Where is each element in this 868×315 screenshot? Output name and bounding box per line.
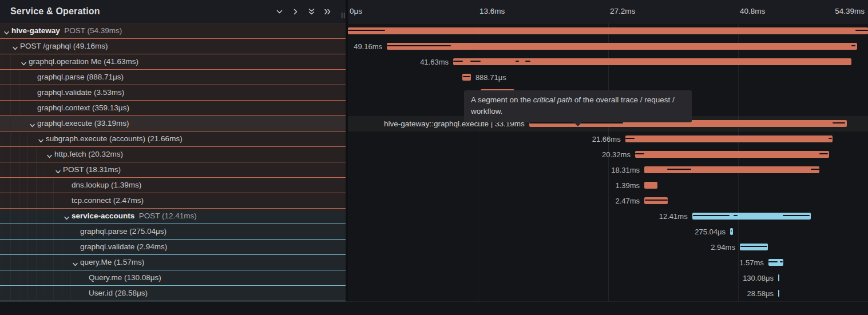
span-row[interactable]: POST (18.31ms)18.31ms: [0, 162, 868, 178]
span-bar[interactable]: [778, 290, 779, 297]
span-row[interactable]: graphql.execute (33.19ms)hive-gateway::g…: [0, 116, 868, 131]
span-rows: hive-gateway POST (54.39ms)POST /graphql…: [0, 23, 868, 301]
span-duration-label: 41.63ms: [420, 54, 449, 70]
tree-indent-guide: [62, 224, 62, 240]
span-bar[interactable]: [387, 43, 857, 50]
tree-indent-guide: [2, 224, 2, 240]
span-bar[interactable]: [625, 135, 833, 142]
tree-indent-guide: [2, 286, 2, 301]
tree-indent-guide: [27, 209, 28, 224]
span-row[interactable]: graphql.validate (2.94ms)2.94ms: [0, 240, 868, 255]
span-row[interactable]: graphql.validate (3.53ms)3.53ms: [0, 85, 868, 101]
span-row-label-cell[interactable]: graphql.parse (275.04μs): [0, 224, 346, 240]
span-row[interactable]: tcp.connect (2.47ms)2.47ms: [0, 193, 868, 209]
tree-indent-guide: [36, 193, 37, 209]
span-name-label: graphql.execute (33.19ms): [37, 116, 129, 131]
span-row-label-cell[interactable]: query.Me (1.57ms): [0, 255, 346, 270]
span-duration-label: 1.57ms: [739, 255, 764, 270]
tree-indent-guide: [36, 209, 37, 224]
span-row[interactable]: dns.lookup (1.39ms)1.39ms: [0, 178, 868, 193]
span-row[interactable]: hive-gateway POST (54.39ms): [0, 23, 868, 39]
critical-path-tooltip: A segment on the critical path of the ov…: [464, 90, 692, 122]
span-bar[interactable]: [635, 151, 830, 158]
span-row-label-cell[interactable]: graphql.context (359.13μs): [0, 101, 346, 116]
span-row[interactable]: service-accounts POST (12.41ms)12.41ms: [0, 209, 868, 224]
chevron-down-icon[interactable]: [55, 167, 61, 173]
chevron-down-icon[interactable]: [21, 59, 27, 65]
tree-indent-guide: [27, 286, 28, 301]
chevron-down-icon[interactable]: [64, 213, 70, 220]
chevron-down-icon[interactable]: [274, 6, 285, 17]
span-row-label-cell[interactable]: subgraph.execute (accounts) (21.66ms): [0, 131, 346, 147]
tree-indent-guide: [2, 54, 2, 70]
span-row[interactable]: graphql.operation Me (41.63ms)41.63ms: [0, 54, 868, 70]
span-bar[interactable]: [644, 166, 819, 173]
timeline-tick-label: 54.39ms: [835, 0, 865, 23]
span-bar[interactable]: [692, 213, 811, 220]
chevron-down-icon[interactable]: [38, 136, 44, 142]
tree-indent-guide: [2, 70, 2, 85]
span-bar[interactable]: [740, 244, 768, 250]
span-name-label: hive-gateway POST (54.39ms): [11, 23, 122, 38]
span-row[interactable]: graphql.context (359.13μs)359.13μs: [0, 101, 868, 116]
span-bar[interactable]: [348, 27, 868, 34]
chevron-down-icon[interactable]: [29, 121, 35, 127]
span-row[interactable]: graphql.parse (888.71μs)888.71μs: [0, 70, 868, 85]
span-bar[interactable]: [644, 182, 657, 189]
span-row-label-cell[interactable]: service-accounts POST (12.41ms): [0, 209, 346, 224]
span-duration-label: 888.71μs: [475, 70, 506, 85]
tree-indent-guide: [62, 286, 62, 301]
span-row-label-cell[interactable]: POST /graphql (49.16ms): [0, 39, 346, 54]
tree-indent-guide: [45, 224, 45, 240]
tree-indent-guide: [27, 224, 28, 240]
span-row-label-cell[interactable]: dns.lookup (1.39ms): [0, 178, 346, 193]
span-row-label-cell[interactable]: tcp.connect (2.47ms): [0, 193, 346, 209]
double-chevron-right-icon[interactable]: [322, 6, 333, 17]
span-row[interactable]: POST /graphql (49.16ms)49.16ms: [0, 39, 868, 54]
panel-divider[interactable]: [346, 0, 348, 301]
tree-indent-guide: [10, 270, 11, 286]
span-row-label-cell[interactable]: User.id (28.58μs): [0, 286, 346, 301]
span-timeline-cell: 18.31ms: [348, 162, 868, 178]
span-row[interactable]: Query.me (130.08μs)130.08μs: [0, 270, 868, 286]
span-row[interactable]: User.id (28.58μs)28.58μs: [0, 286, 868, 301]
span-row-label-cell[interactable]: http.fetch (20.32ms): [0, 147, 346, 162]
span-bar[interactable]: [462, 74, 471, 81]
tree-indent-guide: [45, 255, 45, 270]
span-bar[interactable]: [778, 274, 779, 281]
span-row[interactable]: query.Me (1.57ms)1.57ms: [0, 255, 868, 270]
span-row-label-cell[interactable]: graphql.operation Me (41.63ms): [0, 54, 346, 70]
tree-indent-guide: [36, 162, 37, 178]
span-row-label-cell[interactable]: graphql.execute (33.19ms): [0, 116, 346, 131]
chevron-right-icon[interactable]: [290, 6, 301, 17]
tree-indent-guide: [19, 178, 19, 193]
span-bar[interactable]: [768, 259, 783, 266]
span-name-label: graphql.validate (3.53ms): [37, 85, 124, 100]
tree-indent-guide: [19, 286, 19, 301]
tree-indent-guide: [27, 240, 28, 255]
span-row-label-cell[interactable]: graphql.validate (2.94ms): [0, 240, 346, 255]
chevron-down-icon[interactable]: [12, 43, 18, 50]
timeline-tick-label: 0μs: [350, 0, 362, 23]
tree-indent-guide: [19, 162, 19, 178]
chevron-down-icon[interactable]: [72, 260, 78, 266]
span-name-label: query.Me (1.57ms): [80, 255, 144, 270]
tree-indent-guide: [19, 209, 19, 224]
span-bar[interactable]: [730, 228, 733, 235]
span-row-label-cell[interactable]: hive-gateway POST (54.39ms): [0, 23, 346, 39]
span-row[interactable]: subgraph.execute (accounts) (21.66ms)21.…: [0, 131, 868, 147]
span-bar[interactable]: [644, 197, 668, 204]
span-row-label-cell[interactable]: graphql.validate (3.53ms): [0, 85, 346, 101]
span-duration-label: 20.32ms: [602, 147, 631, 162]
span-row-label-cell[interactable]: Query.me (130.08μs): [0, 270, 346, 286]
span-timeline-cell: 275.04μs: [348, 224, 868, 240]
chevron-down-icon[interactable]: [3, 28, 10, 34]
double-chevron-down-icon[interactable]: [306, 6, 317, 17]
span-row[interactable]: graphql.parse (275.04μs)275.04μs: [0, 224, 868, 240]
tree-indent-guide: [53, 255, 54, 270]
span-row[interactable]: http.fetch (20.32ms)20.32ms: [0, 147, 868, 162]
span-row-label-cell[interactable]: graphql.parse (888.71μs): [0, 70, 346, 85]
chevron-down-icon[interactable]: [46, 151, 53, 158]
span-row-label-cell[interactable]: POST (18.31ms): [0, 162, 346, 178]
span-bar[interactable]: [453, 58, 851, 65]
